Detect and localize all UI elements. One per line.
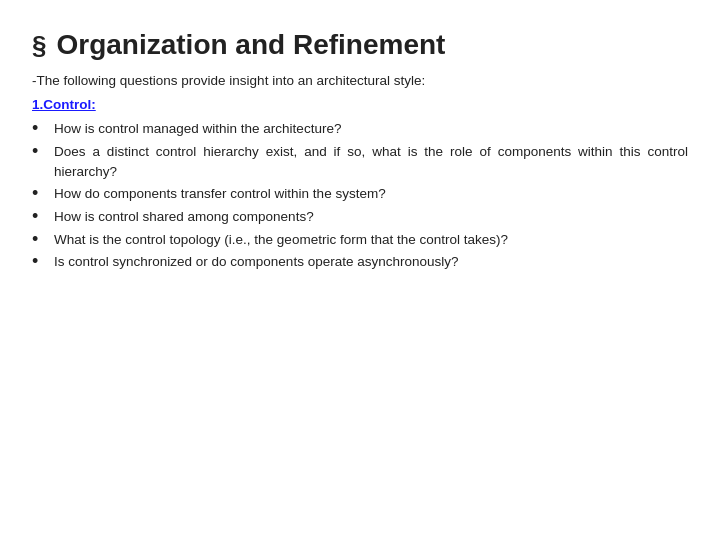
bullet-icon: •: [32, 141, 50, 163]
list-item: • What is the control topology (i.e., th…: [32, 230, 688, 251]
list-item: • How do components transfer control wit…: [32, 184, 688, 205]
bullet-text: What is the control topology (i.e., the …: [54, 230, 688, 250]
bullet-text: Does a distinct control hierarchy exist,…: [54, 142, 688, 183]
bullet-list: • How is control managed within the arch…: [32, 119, 688, 274]
slide-title: Organization and Refinement: [56, 28, 445, 62]
slide-container: § Organization and Refinement -The follo…: [0, 0, 720, 540]
bullet-icon: •: [32, 251, 50, 273]
bullet-text: How do components transfer control withi…: [54, 184, 688, 204]
section-icon: §: [32, 32, 46, 58]
bullet-icon: •: [32, 118, 50, 140]
section-label: 1.Control:: [32, 96, 688, 115]
title-row: § Organization and Refinement: [32, 28, 688, 62]
list-item: • How is control shared among components…: [32, 207, 688, 228]
bullet-text: Is control synchronized or do components…: [54, 252, 688, 272]
list-item: • How is control managed within the arch…: [32, 119, 688, 140]
bullet-icon: •: [32, 206, 50, 228]
subtitle-text: -The following questions provide insight…: [32, 72, 688, 91]
bullet-text: How is control shared among components?: [54, 207, 688, 227]
list-item: • Does a distinct control hierarchy exis…: [32, 142, 688, 183]
bullet-icon: •: [32, 183, 50, 205]
bullet-icon: •: [32, 229, 50, 251]
bullet-text: How is control managed within the archit…: [54, 119, 688, 139]
list-item: • Is control synchronized or do componen…: [32, 252, 688, 273]
